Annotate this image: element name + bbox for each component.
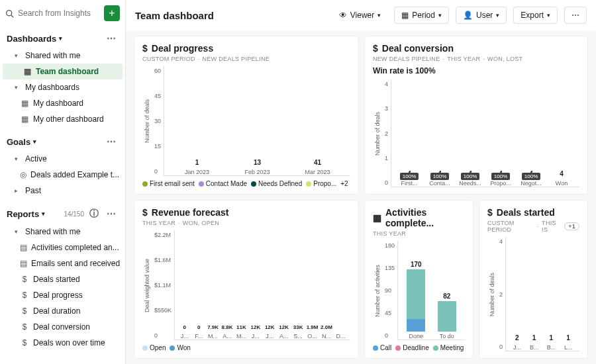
topbar: Team dashboard 👁Viewer▾ ▦Period▾ 👤User▾ …: [126, 0, 596, 30]
more-badge[interactable]: +2: [340, 180, 348, 187]
card-deals-started: $Deals started CUSTOM PERIOD·THIS IS+1 N…: [479, 200, 588, 359]
refresh-dollar-icon: $: [142, 207, 148, 218]
calendar-icon: ▤: [20, 259, 27, 268]
chevron-down-icon: ▾: [547, 12, 550, 19]
chart-plot: 1Jan 202313Feb 202341Mar 2023: [164, 66, 350, 176]
sidebar-my-dashboards[interactable]: ▾My dashboards: [0, 79, 125, 95]
card-title: Revenue forecast: [152, 207, 229, 218]
search-input[interactable]: [5, 9, 100, 18]
sidebar-shared-with-me[interactable]: ▾Shared with me: [0, 48, 125, 64]
dollar-icon: $: [142, 43, 148, 54]
eye-icon: 👁: [339, 11, 347, 20]
sidebar: + Dashboards▾ ⋯ ▾Shared with me ▦Team da…: [0, 0, 126, 364]
sidebar-my-dashboard[interactable]: ▦My dashboard: [0, 95, 125, 111]
more-button[interactable]: ⋯: [564, 7, 587, 24]
chevron-down-icon: ▾: [59, 35, 62, 42]
svg-point-0: [7, 10, 12, 15]
y-axis-label: Number of deals: [142, 66, 152, 176]
report-activities[interactable]: ▤Activities completed an...: [0, 240, 125, 255]
add-button[interactable]: +: [104, 5, 120, 21]
svg-line-1: [11, 15, 13, 17]
info-icon[interactable]: ⓘ: [87, 208, 101, 220]
chart-plot: 0J...0F...7.9KM...8.8KA...11KM...12KJ...…: [174, 230, 350, 340]
sidebar-my-other-dashboard[interactable]: ▦My other dashboard: [0, 111, 125, 127]
chevron-down-icon: ▾: [42, 210, 45, 217]
viewer-dropdown[interactable]: 👁Viewer▾: [332, 7, 387, 23]
card-deal-progress: $Deal progress CUSTOM PERIOD·NEW DEALS P…: [134, 36, 359, 195]
report-deal-duration[interactable]: $Deal duration: [0, 303, 125, 319]
page-title: Team dashboard: [135, 10, 214, 21]
legend: First email sentContact MadeNeeds Define…: [142, 180, 350, 187]
y-axis-label: Deal weighted value: [142, 230, 152, 340]
chevron-down-icon: ▾: [15, 52, 21, 59]
chevron-down-icon: ▾: [496, 12, 499, 19]
grid-icon: ▦: [23, 67, 32, 76]
period-dropdown[interactable]: ▦Period▾: [394, 7, 449, 24]
sidebar-team-dashboard[interactable]: ▦Team dashboard: [3, 64, 123, 79]
sidebar-shared-reports[interactable]: ▾Shared with me: [0, 224, 125, 240]
user-icon: 👤: [463, 11, 473, 20]
target-icon: ◎: [20, 170, 26, 179]
dollar-icon: $: [20, 291, 29, 300]
goals-header[interactable]: Goals▾ ⋯: [0, 132, 125, 151]
more-icon[interactable]: ⋯: [104, 136, 119, 147]
more-icon[interactable]: ⋯: [104, 208, 119, 219]
chevron-down-icon: ▾: [377, 12, 381, 19]
user-dropdown[interactable]: 👤User▾: [456, 7, 507, 24]
grid-icon: ▦: [20, 114, 29, 124]
chevron-right-icon: ▸: [15, 187, 21, 194]
card-title: Deals started: [497, 207, 555, 218]
y-axis-label: Number of deals: [373, 79, 382, 187]
card-title: Activities complete...: [385, 207, 465, 228]
report-deal-progress[interactable]: $Deal progress: [0, 287, 125, 303]
card-deal-conversion: $Deal conversion NEW DEALS PIPELINE·THIS…: [364, 36, 588, 195]
dollar-icon: $: [20, 338, 29, 347]
dashboards-header[interactable]: Dashboards▾ ⋯: [0, 29, 125, 48]
legend: CallDeadlineMeeting: [373, 344, 465, 351]
dollar-icon: $: [20, 306, 29, 316]
calendar-icon: ▦: [401, 11, 409, 20]
chevron-down-icon: ▾: [15, 84, 21, 91]
report-deal-conversion[interactable]: $Deal conversion: [0, 319, 125, 335]
chevron-down-icon: ▾: [15, 228, 21, 235]
winrate-text: Win rate is 100%: [373, 66, 579, 75]
more-icon[interactable]: ⋯: [104, 33, 119, 44]
calendar-icon: ▦: [373, 212, 381, 223]
grid-icon: ▦: [20, 99, 29, 108]
export-button[interactable]: Export▾: [513, 7, 558, 24]
more-badge[interactable]: +1: [564, 222, 579, 230]
chevron-down-icon: ▾: [15, 156, 21, 162]
chevron-down-icon: ▾: [438, 12, 442, 19]
calendar-icon: ▤: [20, 243, 27, 252]
report-deals-won[interactable]: $Deals won over time: [0, 335, 125, 351]
sidebar-goal-item[interactable]: ◎Deals added Example t...: [0, 167, 125, 183]
search-icon: [5, 9, 14, 18]
report-deals-started[interactable]: $Deals started: [0, 271, 125, 287]
card-revenue-forecast: $Revenue forecast THIS YEAR·WON, OPEN De…: [134, 200, 359, 359]
y-axis-label: Number of deals: [487, 237, 497, 351]
dollar-icon: $: [373, 43, 378, 54]
sidebar-active[interactable]: ▾Active: [0, 151, 125, 167]
card-title: Deal conversion: [382, 43, 454, 54]
y-axis-label: Number of activities: [373, 241, 382, 340]
card-title: Deal progress: [152, 43, 213, 54]
sidebar-past[interactable]: ▸Past: [0, 183, 125, 199]
chart-plot: 170Done82To do: [397, 241, 465, 340]
dollar-icon: $: [487, 207, 493, 218]
chevron-down-icon: ▾: [33, 138, 36, 145]
report-emails[interactable]: ▤Emails sent and received: [0, 255, 125, 271]
reports-header[interactable]: Reports▾ 14/150 ⓘ ⋯: [0, 204, 125, 224]
card-activities: ▦Activities complete... THIS YEAR Number…: [364, 200, 473, 359]
legend: OpenWon: [142, 344, 350, 351]
chart-plot: 4100%First...4100%Conta...4100%Needs...4…: [391, 79, 579, 187]
reports-count: 14/150: [64, 210, 84, 218]
dollar-icon: $: [20, 275, 29, 284]
chart-plot: 2J...1B...1B...1L...: [505, 237, 579, 351]
dollar-icon: $: [20, 322, 29, 332]
